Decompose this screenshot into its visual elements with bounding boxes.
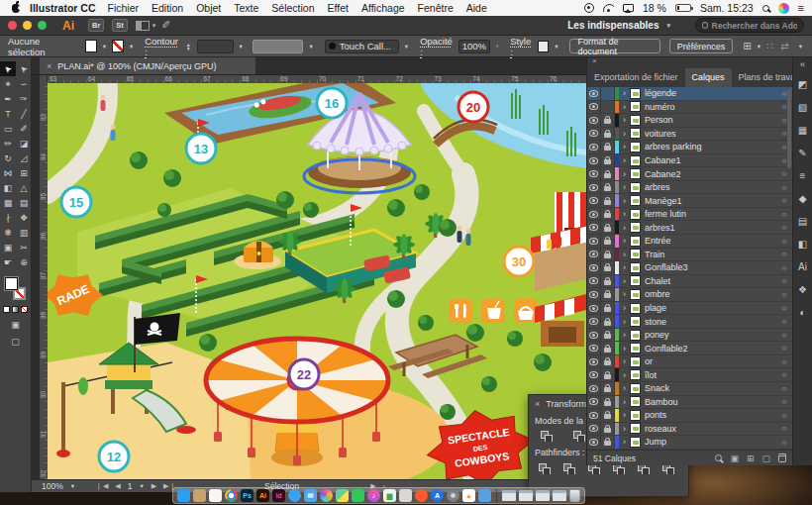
apple-menu-icon[interactable]: [12, 4, 20, 13]
creative-cloud-icon[interactable]: [584, 3, 594, 13]
target-circle-icon[interactable]: ○: [776, 317, 792, 326]
minimized-window-4[interactable]: [553, 490, 566, 501]
expand-arrow-icon[interactable]: ›: [619, 383, 630, 393]
gpu-performance-icon[interactable]: ✐: [161, 19, 170, 32]
layer-name[interactable]: or: [645, 356, 776, 366]
tab-close-icon[interactable]: ×: [47, 61, 51, 71]
layer-name[interactable]: Jump: [645, 437, 776, 447]
map-badge-30[interactable]: 30: [504, 247, 534, 276]
column-graph-tool[interactable]: ▥: [16, 225, 32, 240]
new-sublayer-icon[interactable]: ⊞: [747, 454, 755, 463]
menu-item[interactable]: Texte: [234, 2, 258, 14]
pathfinder-divide-icon[interactable]: [539, 463, 550, 474]
îlot[interactable]: › îlot ○: [587, 368, 792, 382]
navigator-icon[interactable]: ◐: [798, 301, 807, 324]
fill-stroke-indicator[interactable]: [5, 277, 27, 301]
artboard-canvas[interactable]: RADE SPECTACLE DES COWBOYS 16 20 13 15 3: [48, 83, 586, 479]
visibility-toggle[interactable]: [587, 423, 601, 436]
gradient-icon[interactable]: ▤: [798, 210, 807, 233]
rectangle-tool[interactable]: ▭: [0, 121, 16, 136]
layer-name[interactable]: poney: [645, 330, 776, 340]
perspective-grid-tool[interactable]: △: [16, 180, 32, 195]
eyedropper-tool[interactable]: ∤: [0, 210, 16, 225]
expand-arrow-icon[interactable]: ›: [619, 169, 630, 179]
appstore-dock-icon[interactable]: A: [431, 489, 444, 502]
lock-toggle[interactable]: [601, 194, 615, 207]
document-setup-button[interactable]: Format de document: [569, 39, 660, 53]
map-badge-13[interactable]: 13: [186, 134, 216, 163]
target-circle-icon[interactable]: ○: [776, 344, 792, 353]
expand-arrow-icon[interactable]: ›: [619, 223, 630, 233]
expand-arrow-icon[interactable]: ›: [619, 250, 630, 259]
minimized-window-3[interactable]: [536, 490, 550, 501]
delete-layer-icon[interactable]: [778, 454, 786, 462]
visibility-toggle[interactable]: [587, 261, 601, 274]
zoom-level[interactable]: 100%: [42, 481, 63, 491]
stroke-weight-stepper[interactable]: ▲▼: [186, 43, 191, 50]
plage[interactable]: › plage ○: [587, 302, 792, 316]
lock-toggle[interactable]: [601, 167, 615, 180]
menu-item[interactable]: Sélection: [271, 2, 314, 14]
visibility-toggle[interactable]: [587, 396, 601, 409]
screen-mode-icon[interactable]: ▢: [11, 337, 20, 347]
layer-name[interactable]: ombre: [645, 289, 776, 299]
clipping-mask-icon[interactable]: ▣: [730, 454, 739, 463]
target-circle-icon[interactable]: ○: [776, 210, 792, 219]
stroke-weight-field[interactable]: [197, 40, 234, 53]
layer-name[interactable]: légende: [645, 88, 776, 98]
align-icon[interactable]: ⊞: [743, 41, 751, 51]
itunes-store-dock-icon[interactable]: [415, 489, 428, 502]
expand-arrow-icon[interactable]: ›: [619, 129, 630, 139]
target-circle-icon[interactable]: ○: [776, 169, 792, 178]
stroke-swatch[interactable]: [112, 40, 124, 52]
expand-arrow-icon[interactable]: ›: [619, 236, 630, 246]
layer-name[interactable]: Person: [645, 115, 776, 125]
visibility-toggle[interactable]: [587, 235, 601, 248]
visibility-toggle[interactable]: [587, 342, 601, 354]
visibility-toggle[interactable]: [587, 101, 601, 114]
color-panel-icon[interactable]: ◩: [798, 73, 807, 96]
panel-tab[interactable]: Calques: [685, 68, 732, 87]
curvature-tool[interactable]: ✑: [16, 91, 32, 106]
adobe-stock-search[interactable]: Rechercher dans Adobe Stock: [695, 18, 804, 33]
bridge-button[interactable]: Br: [88, 19, 104, 32]
shape-mode-minus-front-icon[interactable]: [573, 431, 584, 442]
brush-definition[interactable]: Touch Call...: [325, 40, 399, 53]
expand-arrow-icon[interactable]: ›: [619, 317, 630, 327]
map-badge-22[interactable]: 22: [289, 359, 319, 389]
stock-button[interactable]: St: [112, 19, 128, 32]
lock-toggle[interactable]: [601, 355, 615, 368]
target-circle-icon[interactable]: ○: [776, 290, 792, 299]
Person[interactable]: › Person ○: [587, 114, 792, 128]
hand-tool[interactable]: ☛: [0, 254, 16, 269]
panel-toggle-icon[interactable]: ⇄: [780, 41, 788, 51]
visibility-toggle[interactable]: [587, 181, 601, 194]
ombre[interactable]: › ombre ○: [587, 288, 792, 302]
lock-toggle[interactable]: [601, 141, 615, 153]
maps-dock-icon[interactable]: [336, 489, 349, 502]
target-circle-icon[interactable]: ○: [776, 357, 792, 366]
menu-item[interactable]: Edition: [152, 2, 183, 14]
expand-arrow-icon[interactable]: ›: [619, 102, 630, 112]
visibility-toggle[interactable]: [587, 167, 601, 180]
layer-name[interactable]: stone: [645, 317, 776, 327]
ferme lutin[interactable]: › ferme lutin ○: [587, 208, 792, 222]
slice-tool[interactable]: ✂: [16, 240, 32, 254]
menu-item[interactable]: Fenêtre: [418, 2, 454, 14]
airplay-icon[interactable]: [623, 4, 634, 12]
visibility-toggle[interactable]: [587, 128, 601, 141]
target-circle-icon[interactable]: ○: [776, 223, 792, 232]
target-circle-icon[interactable]: ○: [776, 424, 792, 433]
scale-tool[interactable]: ◿: [16, 151, 32, 165]
style-label[interactable]: Style :: [510, 36, 534, 57]
lock-toggle[interactable]: [601, 114, 615, 127]
color-button[interactable]: [3, 306, 10, 313]
symbol-sprayer-tool[interactable]: ❋: [0, 225, 16, 240]
artboard-tool[interactable]: ▣: [0, 240, 16, 254]
expand-arrow-icon[interactable]: ›: [619, 344, 630, 354]
notification-center-icon[interactable]: ≡: [798, 4, 804, 12]
arbres1[interactable]: › arbres1 ○: [587, 221, 792, 235]
layer-name[interactable]: Gonflable3: [645, 262, 776, 272]
visibility-toggle[interactable]: [587, 382, 601, 395]
expand-panels-icon[interactable]: «: [800, 59, 805, 73]
